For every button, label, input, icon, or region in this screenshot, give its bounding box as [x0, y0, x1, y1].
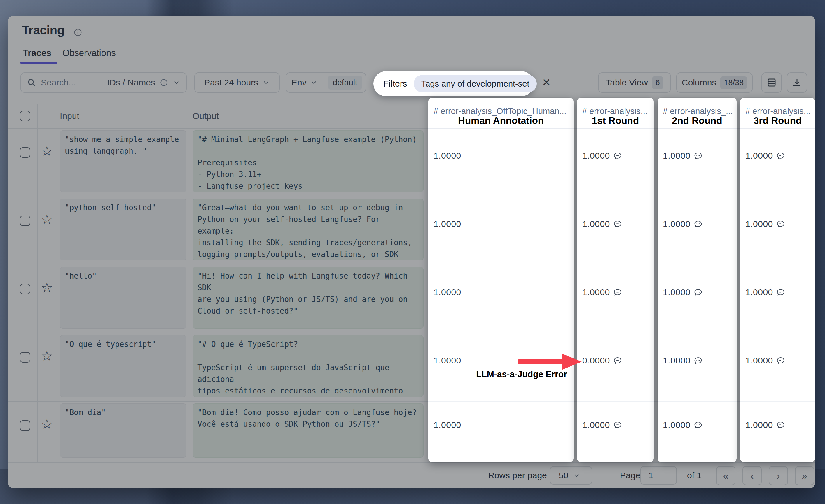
score-value: 0.0000: [582, 355, 610, 365]
page-title: Tracing: [22, 23, 65, 37]
search-icon: [27, 78, 36, 87]
page-label: Page: [620, 463, 640, 488]
page-number-input[interactable]: [640, 466, 677, 485]
prev-page-button[interactable]: ‹: [742, 466, 762, 485]
score-value: 1.0000: [434, 287, 461, 297]
time-range-label: Past 24 hours: [204, 78, 258, 87]
search-scope-label[interactable]: IDs / Names: [107, 78, 155, 87]
last-page-button[interactable]: »: [795, 466, 814, 485]
table-view-label: Table View: [606, 78, 648, 87]
rows-per-page-select[interactable]: 50: [550, 466, 592, 485]
output-cell[interactable]: "Great—what do you want to set up or deb…: [193, 199, 424, 260]
row-checkbox[interactable]: [20, 147, 30, 158]
score-value: 1.0000: [745, 287, 773, 297]
page-total-label: of 1: [687, 463, 701, 488]
comment-icon: [693, 356, 703, 365]
score-value: 1.0000: [582, 219, 610, 229]
row-checkbox[interactable]: [20, 420, 30, 431]
chevron-down-icon: [173, 79, 180, 86]
comment-icon: [776, 151, 785, 160]
bookmark-star-icon[interactable]: ☆: [41, 144, 53, 158]
score-value: 1.0000: [582, 287, 610, 297]
select-all-checkbox[interactable]: [20, 111, 30, 121]
columns-label: Columns: [682, 78, 716, 87]
next-page-button[interactable]: ›: [769, 466, 788, 485]
comment-icon: [693, 219, 703, 229]
input-cell[interactable]: "O que é typescript": [60, 335, 186, 397]
active-filter-chip[interactable]: Tags any of development-set: [414, 75, 537, 92]
output-cell[interactable]: "Hi! How can I help with Langfuse today?…: [193, 267, 424, 329]
comment-icon: [693, 151, 703, 160]
score-value: 1.0000: [663, 151, 690, 161]
score-value: 1.0000: [434, 219, 461, 229]
clear-filter-icon[interactable]: ✕: [540, 76, 553, 89]
score-value: 1.0000: [434, 420, 461, 430]
time-range-dropdown[interactable]: Past 24 hours: [194, 72, 280, 93]
row-height-icon: [766, 77, 777, 88]
desktop-background: { "window": { "title": "Tracing" }, "tab…: [0, 0, 825, 504]
column-header-output[interactable]: Output: [193, 104, 219, 128]
row-height-button[interactable]: [761, 72, 782, 93]
score-value: 1.0000: [745, 151, 773, 161]
output-cell[interactable]: "Bom dia! Como posso ajudar com o Langfu…: [193, 403, 424, 457]
score-value: 1.0000: [745, 420, 773, 430]
score-column-2nd-round: # error-analysis_... 2nd Round 1.0000 1.…: [658, 98, 737, 462]
input-cell[interactable]: "python self hosted": [60, 199, 186, 260]
comment-icon: [776, 219, 785, 229]
chevron-down-icon: [573, 472, 581, 479]
row-checkbox[interactable]: [20, 216, 30, 226]
column-header-input[interactable]: Input: [60, 104, 79, 128]
bookmark-star-icon[interactable]: ☆: [41, 281, 53, 294]
chevron-down-icon: [310, 79, 318, 86]
comment-icon: [776, 420, 785, 430]
score-value: 1.0000: [663, 355, 690, 365]
bookmark-star-icon[interactable]: ☆: [41, 417, 53, 431]
table-view-button[interactable]: Table View 6: [598, 72, 671, 93]
score-column-3rd-round: # error-analysis... 3rd Round 1.0000 1.0…: [740, 98, 815, 462]
score-value: 1.0000: [434, 151, 461, 161]
row-checkbox[interactable]: [20, 352, 30, 362]
search-input[interactable]: Search... IDs / Names: [20, 72, 187, 93]
filters-label: Filters: [383, 79, 407, 89]
error-callout-label: LLM-as-a-Judge Error: [472, 369, 571, 379]
env-value-badge: default: [328, 76, 362, 90]
output-cell[interactable]: "# Minimal LangGraph + Langfuse example …: [193, 131, 424, 192]
rows-per-page-value: 50: [559, 471, 568, 480]
columns-button[interactable]: Columns 18/38: [676, 72, 753, 93]
bookmark-star-icon[interactable]: ☆: [41, 349, 53, 362]
score-value: 1.0000: [582, 151, 610, 161]
comment-icon: [776, 287, 785, 297]
app-window: Tracing Traces Observations Search... ID…: [8, 16, 815, 488]
column-annotation-label: 1st Round: [577, 115, 654, 126]
score-value: 1.0000: [745, 219, 773, 229]
score-column-1st-round: # error-analysis... 1st Round 1.0000 1.0…: [577, 98, 654, 462]
columns-count-badge: 18/38: [720, 76, 747, 89]
rows-per-page-label: Rows per page: [488, 463, 547, 488]
comment-icon: [693, 420, 703, 430]
tab-traces[interactable]: Traces: [23, 48, 51, 58]
input-cell[interactable]: "Bom dia": [60, 403, 186, 457]
env-dropdown[interactable]: Env default: [286, 72, 366, 93]
chevron-down-icon: [262, 79, 270, 86]
input-cell[interactable]: "hello": [60, 267, 186, 329]
bookmark-star-icon[interactable]: ☆: [41, 213, 53, 226]
score-value: 1.0000: [663, 219, 690, 229]
score-column-human-annotation: # error-analysis_OffTopic_Human... Human…: [428, 98, 574, 462]
comment-icon: [613, 420, 622, 430]
info-icon[interactable]: [74, 28, 82, 37]
output-cell[interactable]: "# O que é TypeScript? TypeScript é um s…: [193, 335, 424, 397]
download-icon: [792, 77, 802, 88]
info-icon: [160, 78, 168, 87]
row-checkbox[interactable]: [20, 284, 30, 294]
first-page-button[interactable]: «: [716, 466, 736, 485]
score-value: 1.0000: [663, 420, 690, 430]
comment-icon: [613, 219, 622, 229]
column-annotation-label: 3rd Round: [740, 115, 815, 126]
tab-observations[interactable]: Observations: [62, 48, 116, 58]
input-cell[interactable]: "show me a simple example using langgrap…: [60, 131, 186, 192]
filters-button[interactable]: Filters Tags any of development-set: [373, 71, 534, 96]
comment-icon: [613, 287, 622, 297]
table-footer: Rows per page 50 Page of 1 « ‹ › »: [8, 462, 815, 488]
comment-icon: [693, 287, 703, 297]
export-button[interactable]: [787, 72, 807, 93]
